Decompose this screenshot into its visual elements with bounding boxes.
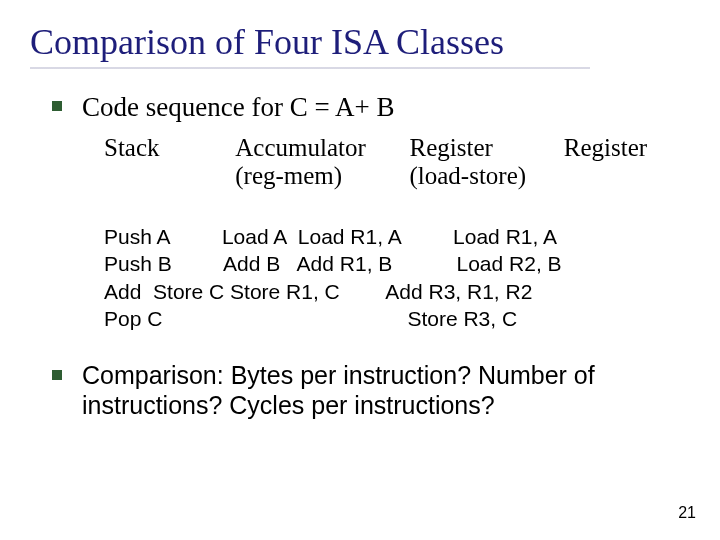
code-line-3: Add Store C Store R1, C Add R3, R1, R2 [104,280,532,303]
bullet-1-text: Code sequence for C = A+ B [82,91,394,123]
hdr-register-regmem: Register [410,134,558,162]
hdr-stack: Stack [104,134,229,162]
hdr-sub-regmem: (reg-mem) [235,162,403,190]
title-underline [30,67,590,69]
bullet-square-icon [52,101,62,111]
hdr-accumulator: Accumulator [235,134,403,162]
hdr-sub-loadstore: (load-store) [410,162,558,190]
page-number: 21 [678,504,696,522]
code-line-2: Push B Add B Add R1, B Load R2, B [104,252,562,275]
code-line-1: Push A Load A Load R1, A Load R1, A [104,225,557,248]
code-sequence: Push A Load A Load R1, A Load R1, A Push… [104,196,690,332]
code-line-4: Pop C Store R3, C [104,307,517,330]
bullet-square-icon [52,370,62,380]
column-headers: Stack Accumulator Register Register (reg… [104,134,690,190]
bullet-2-text: Comparison: Bytes per instruction? Numbe… [82,360,662,420]
hdr-register-loadstore: Register [564,134,647,162]
slide-title: Comparison of Four ISA Classes [30,22,690,63]
bullet-1: Code sequence for C = A+ B [30,91,690,123]
bullet-2: Comparison: Bytes per instruction? Numbe… [30,360,690,420]
